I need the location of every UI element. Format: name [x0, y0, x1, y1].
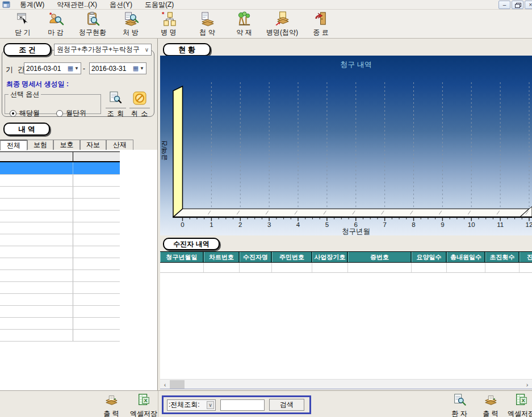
- patient-col-5[interactable]: 증번호: [348, 252, 412, 262]
- patient-cell: [272, 263, 312, 272]
- action-printer[interactable]: 출 력: [94, 393, 129, 417]
- calendar-icon[interactable]: ▦: [133, 65, 139, 72]
- action-patient-doc-magnifier[interactable]: 환 자: [442, 393, 477, 417]
- patient-col-0[interactable]: 청구년월일: [160, 252, 204, 262]
- query-button-label: 조 회: [106, 108, 126, 119]
- detail-table-row[interactable]: [0, 318, 120, 330]
- patient-col-3[interactable]: 주민번호: [272, 252, 312, 262]
- detail-table-row[interactable]: [0, 246, 120, 258]
- action-excel[interactable]: X엑셀저장: [504, 393, 532, 417]
- status-title-button[interactable]: 현 황: [163, 43, 211, 56]
- horizontal-scrollbar[interactable]: ‹ ›: [160, 379, 532, 389]
- patient-col-2[interactable]: 수진자명: [240, 252, 272, 262]
- toolbar-label: 청구현황: [79, 28, 106, 37]
- radio-current-month[interactable]: 해당월: [10, 108, 40, 118]
- patient-col-4[interactable]: 사업장기호: [312, 252, 348, 262]
- toolbar-button-disease-doc-tree[interactable]: *병 명: [149, 11, 188, 37]
- toolbar-button-closing-magnifier[interactable]: *마 감: [36, 11, 76, 37]
- scrollbar-thumb[interactable]: [170, 380, 185, 389]
- radio-month-unit[interactable]: 월단위: [56, 108, 86, 118]
- patient-col-1[interactable]: 차트번호: [204, 252, 240, 262]
- restore-button[interactable]: [512, 1, 523, 9]
- detail-table-row[interactable]: [0, 175, 120, 187]
- detail-title-button[interactable]: 내 역: [3, 123, 50, 136]
- menu-item-2[interactable]: 옵션(Y): [103, 0, 139, 10]
- patient-doc-magnifier-icon: [452, 393, 467, 407]
- radio-icon[interactable]: [56, 110, 63, 117]
- menu-item-0[interactable]: 통계(W): [14, 0, 51, 10]
- x-tick-label: 11: [497, 221, 504, 228]
- tab-자보[interactable]: 자보: [80, 140, 106, 150]
- detail-table-row[interactable]: [0, 187, 120, 199]
- detail-table-row[interactable]: [0, 294, 120, 306]
- toolbar: 닫 기*마 감청구현황처 방*병 명첩 약약 재병명(첩약)종 료: [0, 10, 532, 39]
- patient-cell: [348, 263, 412, 272]
- scroll-right-icon[interactable]: ›: [522, 380, 532, 389]
- toolbar-button-disease-herbal[interactable]: 병명(첩약): [262, 11, 302, 37]
- app-window: 통계(W)약재관련..(X)옵션(Y)도움말(Z) –× 닫 기*마 감청구현황…: [0, 0, 532, 417]
- claim-type-dropdown[interactable]: 원청구+추가청구+누락청구 ∨: [54, 44, 152, 56]
- doc-magnifier-icon: [108, 91, 123, 106]
- disease-doc-tree-icon: *: [160, 11, 178, 27]
- condition-title-button[interactable]: 조 건: [3, 43, 51, 56]
- date-to-field[interactable]: 2016-03-31 ▦ ▼: [89, 62, 146, 74]
- search-button[interactable]: 검색: [269, 399, 304, 411]
- chevron-down-icon[interactable]: ▼: [140, 66, 144, 71]
- search-box: :전체조회: ∨ 검색: [162, 395, 311, 414]
- close-window-icon: [14, 11, 32, 27]
- detail-table-row[interactable]: [0, 282, 120, 294]
- patient-col-6[interactable]: 요양일수: [412, 252, 447, 262]
- menu-item-3[interactable]: 도움말(Z): [139, 0, 180, 10]
- close-button[interactable]: ×: [525, 1, 532, 9]
- detail-tab-page: [0, 150, 157, 390]
- toolbar-label: 종 료: [313, 28, 328, 37]
- tab-보험[interactable]: 보험: [27, 140, 53, 150]
- detail-table-row[interactable]: [0, 222, 120, 234]
- calendar-icon[interactable]: ▦: [68, 65, 73, 72]
- patient-table: 청구년월일차트번호수진자명주민번호사업장기호증번호요양일수총내원일수초진횟수진횟…: [160, 251, 532, 389]
- radio-icon[interactable]: [10, 110, 16, 117]
- svg-text:X: X: [144, 398, 148, 403]
- action-printer[interactable]: 출 력: [473, 393, 508, 417]
- detail-table-row[interactable]: [0, 162, 120, 175]
- patient-col-7[interactable]: 총내원일수: [447, 252, 485, 262]
- scroll-left-icon[interactable]: ‹: [160, 380, 170, 389]
- toolbar-label: 첩 약: [199, 28, 215, 37]
- query-button[interactable]: 조 회: [106, 91, 126, 119]
- detail-table-row[interactable]: [0, 210, 120, 222]
- toolbar-button-exit-door[interactable]: 종 료: [301, 11, 341, 37]
- action-excel[interactable]: X엑셀저장: [126, 393, 161, 417]
- menu-item-1[interactable]: 약재관련..(X): [51, 0, 103, 10]
- chevron-down-icon[interactable]: ▼: [74, 66, 79, 71]
- cancel-button[interactable]: 취 소: [129, 91, 150, 119]
- toolbar-label: 병명(첩약): [266, 28, 298, 37]
- detail-table-row[interactable]: [0, 258, 120, 270]
- toolbar-button-prescription-docs[interactable]: 처 방: [111, 11, 150, 37]
- tab-보호[interactable]: 보호: [53, 140, 80, 150]
- toolbar-button-herbal-pack[interactable]: 첩 약: [187, 11, 227, 37]
- tab-산재[interactable]: 산재: [106, 140, 133, 150]
- date-from-value: 2016-03-01: [26, 65, 61, 73]
- detail-table-row[interactable]: [0, 270, 120, 282]
- minimize-button[interactable]: –: [499, 1, 510, 9]
- toolbar-label: 마 감: [48, 28, 63, 37]
- x-tick-label: 10: [468, 221, 475, 228]
- date-from-field[interactable]: 2016-03-01 ▦ ▼: [24, 62, 81, 74]
- detail-table-row[interactable]: [0, 306, 120, 318]
- detail-table-row[interactable]: [0, 234, 120, 246]
- svg-text:*: *: [161, 11, 164, 18]
- patient-col-8[interactable]: 초진횟수: [485, 252, 520, 262]
- tab-전체[interactable]: 전체: [0, 140, 27, 150]
- filter-dropdown[interactable]: :전체조회: ∨: [167, 399, 216, 411]
- detail-table-row[interactable]: [0, 330, 120, 342]
- toolbar-button-herb-material[interactable]: 약 재: [224, 11, 264, 37]
- patient-title-button[interactable]: 수진자 내역: [163, 238, 220, 250]
- patient-col-9[interactable]: 진횟수: [520, 252, 532, 262]
- option-groupbox: 선택 옵션 해당월 월단위: [5, 90, 101, 114]
- x-axis-label: 청구년월: [342, 228, 370, 235]
- toolbar-button-clipboard-magnifier[interactable]: 청구현황: [73, 11, 112, 37]
- detail-table-row[interactable]: [0, 199, 120, 210]
- printer-icon: [483, 393, 498, 407]
- search-input[interactable]: [220, 399, 265, 411]
- action-label: 출 력: [94, 409, 129, 417]
